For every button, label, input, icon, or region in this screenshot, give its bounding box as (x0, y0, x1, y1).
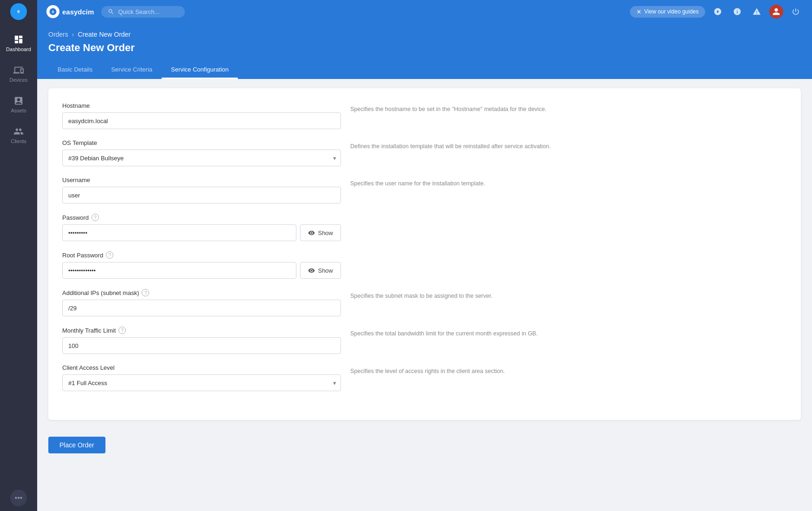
password-label: Password ? (62, 214, 341, 221)
breadcrumb-current: Create New Order (78, 31, 131, 38)
topbar-logo-icon: e (46, 5, 59, 18)
hostname-description: Specifies the hostname to be set in the … (350, 102, 787, 114)
search-placeholder: Quick Search... (118, 8, 159, 15)
hostname-input[interactable] (62, 112, 341, 129)
more-dots-icon: ••• (15, 494, 23, 502)
user-avatar[interactable] (769, 5, 783, 19)
password-show-button[interactable]: Show (300, 224, 341, 241)
place-order-label: Place Order (59, 441, 94, 449)
root-password-input[interactable] (62, 262, 296, 279)
video-guide-button[interactable]: ✕ View our video guides (630, 6, 705, 18)
tab-service-criteria[interactable]: Service Criteria (102, 61, 162, 79)
username-label: Username (62, 177, 341, 183)
page-header: Orders › Create New Order Create New Ord… (37, 23, 812, 79)
play-icon-button[interactable] (711, 5, 725, 19)
password-show-label: Show (318, 229, 333, 236)
root-password-help-icon[interactable]: ? (106, 251, 113, 259)
sidebar-item-dashboard-label: Dashboard (6, 46, 31, 52)
hostname-row: Hostname Specifies the hostname to be se… (62, 102, 787, 129)
logo-icon: e (10, 3, 27, 20)
password-help-icon[interactable]: ? (92, 214, 99, 221)
root-password-label: Root Password ? (62, 251, 341, 259)
svg-text:e: e (52, 10, 54, 14)
page-title: Create New Order (48, 42, 801, 59)
service-configuration-form: Hostname Specifies the hostname to be se… (48, 88, 801, 420)
os-template-select-wrapper: #39 Debian Bullseye (62, 150, 341, 166)
sidebar-nav: Dashboard Devices Assets Clients (0, 28, 37, 485)
os-template-select[interactable]: #39 Debian Bullseye (62, 150, 341, 166)
client-access-level-field-group: Client Access Level #1 Full Access (62, 364, 341, 391)
additional-ips-input[interactable] (62, 300, 341, 316)
monthly-traffic-input[interactable] (62, 337, 341, 354)
monthly-traffic-description: Specifies the total bandwidth limit for … (350, 327, 787, 338)
monthly-traffic-row: Monthly Traffic Limit ? Specifies the to… (62, 327, 787, 354)
additional-ips-row: Additional IPs (subnet mask) ? Specifies… (62, 289, 787, 316)
close-x-icon: ✕ (636, 8, 642, 15)
sidebar-item-devices[interactable]: Devices (0, 59, 37, 89)
os-template-row: OS Template #39 Debian Bullseye Defines … (62, 139, 787, 166)
os-template-label: OS Template (62, 139, 341, 146)
password-row: Password ? Show (62, 214, 787, 241)
additional-ips-field-group: Additional IPs (subnet mask) ? (62, 289, 341, 316)
root-password-description (350, 251, 787, 254)
content-area: Orders › Create New Order Create New Ord… (37, 23, 812, 511)
additional-ips-label: Additional IPs (subnet mask) ? (62, 289, 341, 296)
breadcrumb: Orders › Create New Order (48, 23, 801, 42)
client-access-level-label: Client Access Level (62, 364, 341, 371)
search-bar[interactable]: Quick Search... (101, 6, 185, 18)
username-input[interactable] (62, 187, 341, 203)
monthly-traffic-label: Monthly Traffic Limit ? (62, 327, 341, 334)
tab-basic-details[interactable]: Basic Details (48, 61, 102, 79)
sidebar-item-assets-label: Assets (11, 108, 26, 113)
password-input[interactable] (62, 224, 296, 241)
breadcrumb-separator: › (72, 31, 74, 38)
os-template-field-group: OS Template #39 Debian Bullseye (62, 139, 341, 166)
topbar: e easydcim Quick Search... ✕ View our vi… (37, 0, 812, 23)
sidebar-item-assets[interactable]: Assets (0, 89, 37, 120)
breadcrumb-parent[interactable]: Orders (48, 31, 68, 38)
power-icon-button[interactable] (789, 5, 803, 19)
footer-actions: Place Order (37, 429, 812, 461)
root-password-field-wrapper: Show (62, 262, 341, 279)
username-description: Specifies the user name for the installa… (350, 177, 787, 188)
additional-ips-help-icon[interactable]: ? (142, 289, 149, 296)
sidebar-more-button[interactable]: ••• (10, 490, 27, 506)
client-access-level-description: Specifies the level of access rights in … (350, 364, 787, 376)
video-guide-label: View our video guides (644, 8, 699, 15)
tab-service-configuration[interactable]: Service Configuration (162, 61, 238, 79)
sidebar-item-clients-label: Clients (11, 138, 26, 144)
monthly-traffic-field-group: Monthly Traffic Limit ? (62, 327, 341, 354)
root-password-show-label: Show (318, 267, 333, 274)
place-order-button[interactable]: Place Order (48, 437, 105, 453)
client-access-level-select[interactable]: #1 Full Access (62, 374, 341, 391)
hostname-label: Hostname (62, 102, 341, 109)
topbar-right: ✕ View our video guides (630, 5, 803, 19)
sidebar: e Dashboard Devices Assets Clients ••• (0, 0, 37, 511)
topbar-logo-text: easydcim (62, 8, 94, 16)
os-template-description: Defines the installation template that w… (350, 139, 787, 151)
root-password-show-button[interactable]: Show (300, 262, 341, 279)
root-password-field-group: Root Password ? Show (62, 251, 341, 279)
password-description (350, 214, 787, 216)
username-row: Username Specifies the user name for the… (62, 177, 787, 203)
sidebar-logo: e (0, 0, 37, 23)
svg-text:e: e (17, 9, 20, 14)
client-access-level-select-wrapper: #1 Full Access (62, 374, 341, 391)
username-field-group: Username (62, 177, 341, 203)
password-field-group: Password ? Show (62, 214, 341, 241)
topbar-logo: e easydcim (46, 5, 94, 18)
root-password-row: Root Password ? Show (62, 251, 787, 279)
sidebar-item-devices-label: Devices (9, 77, 27, 83)
client-access-level-row: Client Access Level #1 Full Access Speci… (62, 364, 787, 391)
alert-icon-button[interactable] (750, 5, 764, 19)
tabs-row: Basic Details Service Criteria Service C… (48, 61, 801, 79)
additional-ips-description: Specifies the subnet mask to be assigned… (350, 289, 787, 301)
hostname-field-group: Hostname (62, 102, 341, 129)
info-icon-button[interactable] (730, 5, 744, 19)
sidebar-item-dashboard[interactable]: Dashboard (0, 28, 37, 59)
monthly-traffic-help-icon[interactable]: ? (118, 327, 126, 334)
sidebar-item-clients[interactable]: Clients (0, 120, 37, 151)
password-field-wrapper: Show (62, 224, 341, 241)
main-content: e easydcim Quick Search... ✕ View our vi… (37, 0, 812, 511)
